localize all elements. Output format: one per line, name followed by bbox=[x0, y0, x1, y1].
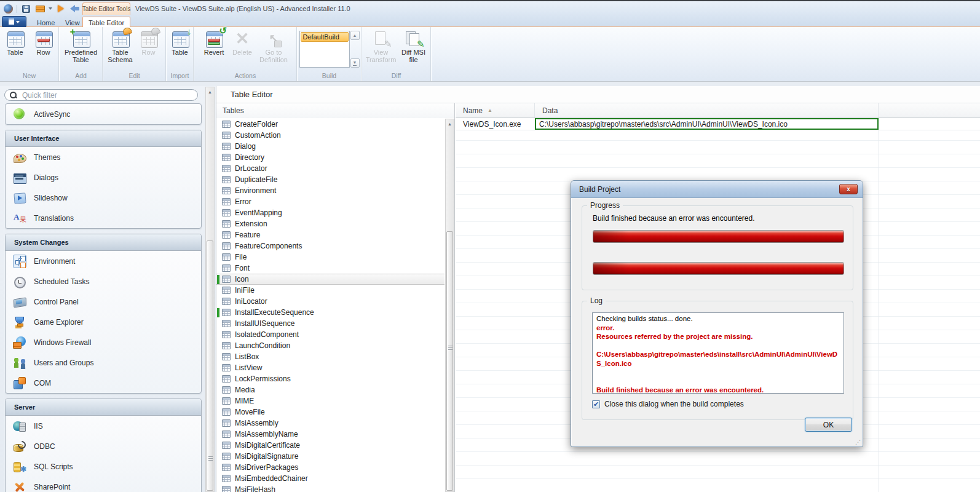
table-row-environment[interactable]: Environment bbox=[216, 185, 445, 196]
sidebar-item-control-panel[interactable]: Control Panel bbox=[6, 292, 201, 312]
table-icon bbox=[222, 132, 231, 139]
table-row-lockpermissions[interactable]: LockPermissions bbox=[216, 373, 445, 384]
scroll-up-icon[interactable]: ▲ bbox=[446, 120, 453, 128]
table-row-inilocator[interactable]: IniLocator bbox=[216, 296, 445, 307]
build-icon[interactable] bbox=[34, 4, 45, 14]
build-selected-item[interactable]: DefaultBuild bbox=[301, 32, 349, 42]
sidebar-item-translations[interactable]: Translations bbox=[6, 208, 201, 228]
go-to-definition-button[interactable]: ↖ Go to Definition bbox=[256, 28, 291, 63]
edit-row-button[interactable]: Row bbox=[135, 28, 163, 57]
table-row-listview[interactable]: ListView bbox=[216, 362, 445, 373]
table-row-isolatedcomponent[interactable]: IsolatedComponent bbox=[216, 329, 445, 340]
table-row-mime[interactable]: MIME bbox=[216, 395, 445, 407]
column-header-data[interactable]: Data bbox=[535, 103, 879, 117]
table-row-launchcondition[interactable]: LaunchCondition bbox=[216, 340, 445, 351]
revert-button[interactable]: ↺ Revert bbox=[200, 28, 228, 57]
cell-data-modified[interactable]: C:\Users\abbasp\gitrepo\master\eds\src\A… bbox=[535, 118, 879, 130]
build-log-output[interactable]: Checking builds status... done.error.Res… bbox=[592, 312, 844, 394]
dialog-title-bar[interactable]: Build Project bbox=[571, 181, 863, 198]
table-icon bbox=[222, 386, 231, 394]
scrollbar-thumb[interactable] bbox=[446, 231, 453, 491]
quick-filter-input[interactable] bbox=[21, 90, 175, 100]
sidebar-item-environment[interactable]: Environment bbox=[6, 251, 201, 271]
scrollbar-thumb[interactable] bbox=[207, 240, 213, 491]
table-row-dialog[interactable]: Dialog bbox=[216, 141, 445, 152]
diff-msi-file-button[interactable]: ✎ Diff MSI file bbox=[398, 28, 429, 63]
table-row-msiassemblyname[interactable]: MsiAssemblyName bbox=[216, 429, 445, 440]
back-icon[interactable] bbox=[69, 4, 81, 14]
table-row-file[interactable]: File bbox=[216, 252, 445, 263]
checkbox-checked-icon[interactable]: ✔ bbox=[592, 400, 600, 408]
app-logo-icon[interactable] bbox=[2, 4, 14, 14]
odbc-icon bbox=[13, 440, 26, 453]
resize-grip[interactable]: ⋰ bbox=[855, 439, 861, 445]
run-icon[interactable] bbox=[55, 4, 66, 14]
quick-filter-box[interactable] bbox=[4, 89, 198, 101]
sidebar-item-slideshow[interactable]: Slideshow bbox=[6, 188, 201, 208]
table-row-msiassembly[interactable]: MsiAssembly bbox=[216, 418, 445, 429]
table-row-featurecomponents[interactable]: FeatureComponents bbox=[216, 240, 445, 252]
sidebar-item-scheduled-tasks[interactable]: Scheduled Tasks bbox=[6, 271, 201, 292]
sidebar-item-themes[interactable]: Themes bbox=[6, 147, 201, 167]
activesync-icon bbox=[13, 108, 26, 121]
table-schema-button[interactable]: Table Schema bbox=[106, 28, 135, 63]
import-table-button[interactable]: ↓ Table bbox=[167, 28, 193, 57]
table-row-duplicatefile[interactable]: DuplicateFile bbox=[216, 174, 445, 185]
table-row-installuisequence[interactable]: InstallUISequence bbox=[216, 318, 445, 329]
table-icon bbox=[222, 342, 231, 349]
new-row-button[interactable]: Row bbox=[30, 28, 58, 57]
ok-button[interactable]: OK bbox=[805, 418, 852, 432]
spin-up-icon[interactable]: ▲ bbox=[350, 31, 360, 40]
sidebar-item-activesync[interactable]: ActiveSync bbox=[6, 104, 201, 124]
table-row-listbox[interactable]: ListBox bbox=[216, 351, 445, 362]
table-row-drlocator[interactable]: DrLocator bbox=[216, 163, 445, 174]
close-dialog-option[interactable]: ✔ Close this dialog when the build compl… bbox=[592, 400, 744, 408]
table-row-font[interactable]: Font bbox=[216, 263, 445, 274]
build-listbox[interactable]: DefaultBuild bbox=[299, 31, 350, 68]
build-dropdown-icon[interactable] bbox=[49, 7, 52, 10]
table-row-directory[interactable]: Directory bbox=[216, 152, 445, 163]
save-icon[interactable] bbox=[20, 4, 31, 14]
table-row-movefile[interactable]: MoveFile bbox=[216, 407, 445, 418]
table-row-inifile[interactable]: IniFile bbox=[216, 285, 445, 296]
table-row-eventmapping[interactable]: EventMapping bbox=[216, 207, 445, 218]
sidebar-item-dialogs[interactable]: Dialogs bbox=[6, 167, 201, 188]
sidebar-item-windows-firewall[interactable]: Windows Firewall bbox=[6, 332, 201, 352]
delete-button[interactable]: ✕ Delete bbox=[228, 28, 256, 57]
predefined-table-button[interactable]: + Predefined Table bbox=[61, 28, 101, 63]
table-row-msifilehash[interactable]: MsiFileHash bbox=[216, 484, 445, 492]
table-row-createfolder[interactable]: CreateFolder bbox=[216, 119, 445, 130]
view-transform-button[interactable]: ✎ View Transform bbox=[364, 28, 398, 63]
application-menu-button[interactable] bbox=[2, 16, 26, 28]
sidebar-item-sharepoint[interactable]: SharePoint bbox=[6, 477, 201, 492]
new-table-button[interactable]: Table bbox=[1, 28, 30, 57]
tables-column-header[interactable]: Tables bbox=[216, 103, 454, 118]
table-row-msidigitalsignature[interactable]: MsiDigitalSignature bbox=[216, 451, 445, 462]
sidebar-item-odbc[interactable]: ODBC bbox=[6, 436, 201, 456]
scroll-up-icon[interactable]: ▲ bbox=[207, 88, 213, 96]
sidebar-item-iis[interactable]: IIS bbox=[6, 416, 201, 436]
tables-scrollbar[interactable]: ▲ bbox=[445, 119, 454, 492]
sidebar-scrollbar[interactable]: ▲ bbox=[205, 87, 215, 492]
sidebar-item-game-explorer[interactable]: Game Explorer bbox=[6, 312, 201, 332]
search-icon bbox=[10, 92, 17, 98]
table-row-msiembeddedchainer[interactable]: MsiEmbeddedChainer bbox=[216, 473, 445, 484]
table-row-msidigitalcertificate[interactable]: MsiDigitalCertificate bbox=[216, 440, 445, 451]
sidebar-item-users-and-groups[interactable]: Users and Groups bbox=[6, 352, 201, 373]
sidebar-item-sql-scripts[interactable]: SQL Scripts bbox=[6, 456, 201, 477]
ribbon-group-actions: ↺ Revert ✕ Delete ↖ Go to Definition Act… bbox=[194, 27, 297, 81]
table-row-installexecutesequence[interactable]: InstallExecuteSequence bbox=[216, 307, 445, 318]
table-row-feature[interactable]: Feature bbox=[216, 229, 445, 240]
sidebar-item-label: IIS bbox=[34, 422, 43, 430]
table-row-error[interactable]: Error bbox=[216, 196, 445, 207]
spin-down-icon[interactable]: ▼ bbox=[350, 58, 360, 68]
close-icon[interactable]: x bbox=[839, 184, 858, 194]
table-row-media[interactable]: Media bbox=[216, 384, 445, 395]
column-header-name[interactable]: Name ▲ bbox=[456, 103, 535, 117]
cell-name[interactable]: ViewDS_Icon.exe bbox=[456, 118, 535, 130]
table-row-extension[interactable]: Extension bbox=[216, 218, 445, 229]
table-row-icon[interactable]: Icon bbox=[216, 274, 445, 285]
sidebar-item-com[interactable]: COM bbox=[6, 373, 201, 393]
table-row-customaction[interactable]: CustomAction bbox=[216, 130, 445, 141]
table-row-msidriverpackages[interactable]: MsiDriverPackages bbox=[216, 462, 445, 473]
